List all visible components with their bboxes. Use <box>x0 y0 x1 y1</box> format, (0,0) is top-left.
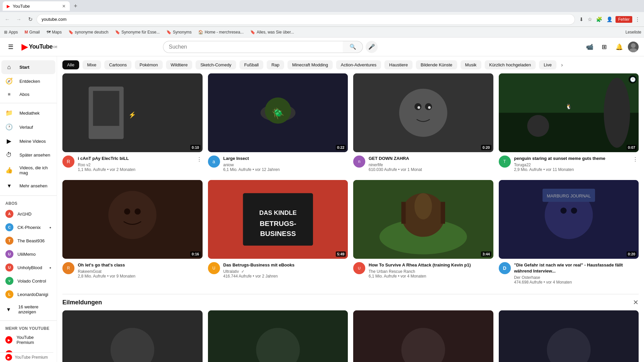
extensions-button[interactable]: 🧩 <box>595 15 604 24</box>
unholyblood-name: UnholyBlood <box>17 265 42 270</box>
notifications-button[interactable]: 🔔 <box>613 41 625 53</box>
chip-bildende-kunste[interactable]: Bildende Künste <box>416 60 457 69</box>
chip-minecraft[interactable]: Minecraft Modding <box>287 60 333 69</box>
profile-button[interactable]: 👤 <box>605 15 614 24</box>
bookmark-synonyms[interactable]: 🔖 Synonyms <box>165 29 193 35</box>
chip-pokemon[interactable]: Pokémon <box>135 60 163 69</box>
user-avatar[interactable] <box>628 42 639 52</box>
video-age-8: vor 4 Monaten <box>546 280 572 285</box>
sidebar-item-mediathek[interactable]: 📁 Mediathek <box>1 106 55 120</box>
chip-live[interactable]: Live <box>539 60 556 69</box>
bookmark-synonyme1[interactable]: 🔖 synonyme deutsch <box>67 29 110 35</box>
bookmark-gmail[interactable]: M Gmail <box>23 29 41 35</box>
chip-wildtiere[interactable]: Wildtiere <box>166 60 193 69</box>
tab-close-button[interactable]: ✕ <box>62 4 66 9</box>
voice-search-button[interactable]: 🎤 <box>366 41 378 53</box>
sidebar-channel-leonardo[interactable]: L LeonardoDanigi <box>1 288 55 301</box>
chip-action-adventures[interactable]: Action-Adventures <box>336 60 381 69</box>
filter-next-button[interactable]: › <box>560 61 564 69</box>
video-card-3[interactable]: 0:20 n GET DOWN ZAHRA ninerfife 610.030 … <box>353 73 493 173</box>
browser-tab[interactable]: ▶ YouTube ✕ <box>3 1 70 11</box>
bookmark-apps[interactable]: ⊞ Apps <box>3 29 19 35</box>
video-thumbnail-5: 0:16 <box>62 180 203 259</box>
video-card-2[interactable]: 🪲 0:22 a Large Insect aniow 6,1 Mio. Auf… <box>208 73 348 173</box>
video-card-7[interactable]: 3:44 U How To Survive A Rhea Attack (tra… <box>353 180 493 286</box>
svg-text:🐧: 🐧 <box>565 103 572 110</box>
error-button[interactable]: Fehler <box>615 16 632 23</box>
youtube-app: ☰ ▶ YouTube DE 🔍 🎤 📹 ⊞ 🔔 <box>0 38 644 362</box>
sidebar-mehr-label: Mehr ansehen <box>19 183 47 188</box>
video-meta-8: 474.698 Aufrufe • vor 4 Monaten <box>514 280 639 285</box>
ari1hd-avatar: A <box>5 210 13 218</box>
chip-mixe[interactable]: Mixe <box>83 60 101 69</box>
bookmark-synonyme2-label: Synonyme für Esse... <box>121 30 160 35</box>
video-meta-1: 1,1 Mio. Aufrufe • vor 2 Monaten <box>78 167 193 172</box>
sidebar-channel-beast936[interactable]: T The Beast936 <box>1 234 55 247</box>
apps-grid-button[interactable]: ⊞ <box>598 41 610 53</box>
sidebar-item-start[interactable]: ⌂ Start <box>1 60 55 74</box>
sidebar-item-mehr-sehen[interactable]: ▾ Mehr ansehen <box>1 179 55 193</box>
sidebar-item-verlauf[interactable]: 🕐 Verlauf <box>1 120 55 134</box>
video-grid-row1: ⚡ 0:10 R i cAnT pAy ElecTrIc biLL Roo v2… <box>62 73 639 173</box>
sidebar-item-abos[interactable]: ≡ Abos <box>1 88 55 100</box>
video-card-1[interactable]: ⚡ 0:10 R i cAnT pAy ElecTrIc biLL Roo v2… <box>62 73 203 173</box>
video-channel-name-3: ninerfife <box>369 163 493 167</box>
sidebar-item-entdecken[interactable]: 🧭 Entdecken <box>1 74 55 88</box>
back-button[interactable]: ← <box>3 15 12 24</box>
sidebar-channel-volado[interactable]: V Volado Control <box>1 274 55 288</box>
bookmark-maps-label: Maps <box>52 30 62 35</box>
reload-button[interactable]: ↻ <box>25 15 35 24</box>
chip-kurzlich[interactable]: Kürzlich hochgeladen <box>485 60 536 69</box>
chip-fussball[interactable]: Fußball <box>239 60 263 69</box>
svg-text:DAS KINDLE: DAS KINDLE <box>259 209 297 216</box>
chip-musik[interactable]: Musik <box>461 60 481 69</box>
video-card-6[interactable]: DAS KINDLE BETRUGS- BUSINESS 5:49 U Das … <box>208 180 348 286</box>
channel-avatar-7: U <box>353 262 365 274</box>
chip-cartoons[interactable]: Cartoons <box>104 60 131 69</box>
chip-alle[interactable]: Alle <box>62 60 79 69</box>
youtube-logo[interactable]: ▶ YouTube DE <box>21 42 57 52</box>
sidebar-item-liked[interactable]: 👍 Videos, die ich mag <box>1 162 55 179</box>
sidebar-channel-ari1hd[interactable]: A Ari1HD <box>1 207 55 221</box>
new-tab-button[interactable]: + <box>71 3 80 10</box>
chip-sketch-comedy[interactable]: Sketch-Comedy <box>196 60 236 69</box>
search-submit-button[interactable]: 🔍 <box>343 41 363 53</box>
bookmark-button[interactable]: ☆ <box>586 15 593 24</box>
mehr-yt-title: MEHR VON YOUTUBE <box>0 323 57 332</box>
sidebar-channel-unholyblood[interactable]: U UnholyBlood ● <box>1 261 55 274</box>
sidebar-item-meine-videos[interactable]: ▶ Meine Videos <box>1 134 55 148</box>
leseliste-button[interactable]: Leseliste <box>626 30 641 35</box>
video-more-button-1[interactable]: ⋮ <box>196 156 203 163</box>
sidebar-channel-ck-phoenix[interactable]: C CK-Phoenix ● <box>1 221 55 234</box>
eilmeldungen-video-3[interactable] <box>353 310 493 362</box>
video-card-5[interactable]: 0:16 R Oh let's go that's class RakeemGo… <box>62 180 203 286</box>
bookmark-alles[interactable]: 🔖 Alles, was Sie über... <box>249 29 295 35</box>
video-meta-3: 610.030 Aufrufe • vor 1 Monat <box>369 167 493 172</box>
video-card-4[interactable]: 🐧 🕐 0:07 T penguin staring at sunset mem… <box>499 73 639 173</box>
bookmark-synonyme2[interactable]: 🔖 Synonyme für Esse... <box>114 29 161 35</box>
video-more-button-4[interactable]: ⋮ <box>632 156 639 163</box>
hamburger-menu-button[interactable]: ☰ <box>5 41 16 53</box>
create-video-button[interactable]: 📹 <box>584 41 596 53</box>
bookmark-home[interactable]: 🏠 Home - merchresea... <box>197 29 245 35</box>
download-button[interactable]: ⬇ <box>578 15 585 24</box>
address-bar[interactable] <box>37 14 575 24</box>
bookmark-maps[interactable]: 🗺 Maps <box>45 29 63 35</box>
leonardo-avatar: L <box>5 290 13 298</box>
sidebar-youtube-premium[interactable]: ▶ YouTube Premium <box>1 332 55 348</box>
video-title-5: Oh let's go that's class <box>78 262 203 268</box>
eilmeldungen-video-1[interactable] <box>62 310 203 362</box>
chip-haustiere[interactable]: Haustiere <box>384 60 413 69</box>
eilmeldungen-video-2[interactable] <box>208 310 348 362</box>
video-card-8[interactable]: MARBURG JOURNAL 0:20 D "Die Gefahr ist n… <box>499 180 639 286</box>
sidebar-item-spaeter[interactable]: ⏱ Später ansehen <box>1 148 55 162</box>
eilmeldungen-close-button[interactable]: ✕ <box>633 298 639 306</box>
yt-header: ☰ ▶ YouTube DE 🔍 🎤 📹 ⊞ 🔔 <box>0 38 644 56</box>
eilmeldungen-video-4[interactable] <box>499 310 639 362</box>
search-input[interactable] <box>163 41 343 53</box>
forward-button[interactable]: → <box>14 15 23 24</box>
chip-rap[interactable]: Rap <box>267 60 284 69</box>
sidebar-channel-uliimemo[interactable]: U UliiMemo <box>1 247 55 261</box>
sidebar-mehr-channels[interactable]: ▾ 16 weitere anzeigen <box>1 301 55 318</box>
menu-button[interactable]: ⋮ <box>634 15 641 24</box>
